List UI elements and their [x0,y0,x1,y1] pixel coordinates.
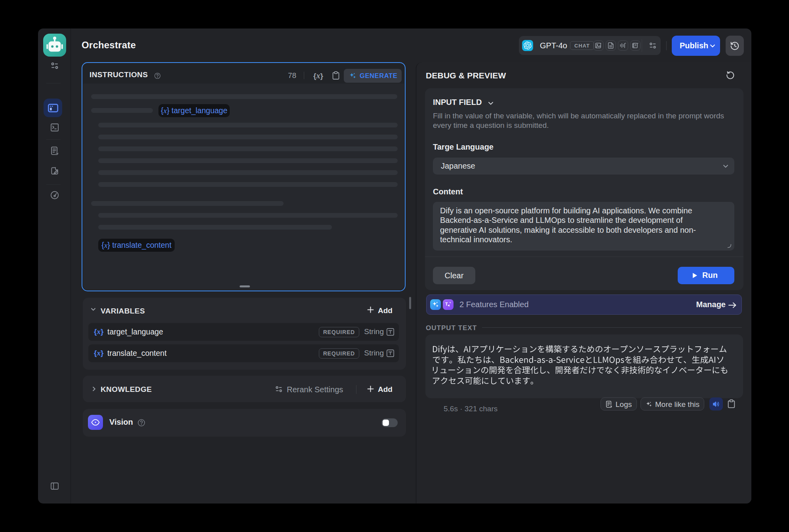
svg-text:T: T [445,302,448,306]
